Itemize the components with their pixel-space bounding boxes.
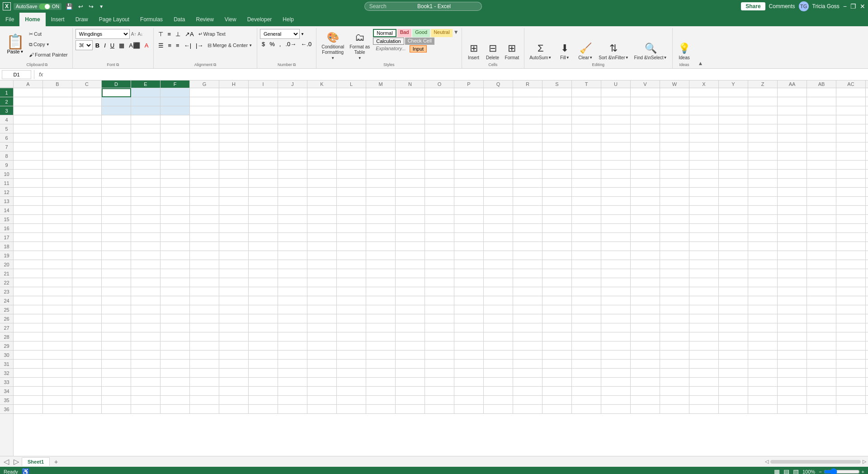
cell-G3[interactable] (190, 106, 219, 115)
cell-I27[interactable] (249, 323, 278, 332)
cell-I25[interactable] (249, 305, 278, 314)
cell-N11[interactable] (396, 179, 425, 188)
cell-I18[interactable] (249, 242, 278, 251)
cell-I31[interactable] (249, 360, 278, 369)
styles-more-button[interactable]: ▼ (453, 29, 459, 37)
cell-V9[interactable] (631, 161, 660, 170)
cell-B8[interactable] (43, 152, 72, 161)
cell-L1[interactable] (337, 88, 366, 97)
cell-S27[interactable] (542, 323, 572, 332)
cell-U33[interactable] (601, 378, 631, 387)
cell-D34[interactable] (102, 387, 131, 396)
cell-D21[interactable] (102, 269, 131, 278)
cell-D14[interactable] (102, 206, 131, 215)
row-header-9[interactable]: 9 (0, 161, 13, 170)
cell-A1[interactable] (14, 88, 43, 97)
cell-X30[interactable] (689, 351, 719, 360)
col-header-U[interactable]: U (601, 81, 631, 88)
cell-AA22[interactable] (778, 278, 807, 287)
cell-K3[interactable] (307, 106, 337, 115)
cell-R30[interactable] (513, 351, 542, 360)
cell-G14[interactable] (190, 206, 219, 215)
cell-AD33[interactable] (866, 378, 868, 387)
cell-M7[interactable] (366, 142, 396, 152)
cell-A30[interactable] (14, 351, 43, 360)
cell-N21[interactable] (396, 269, 425, 278)
cell-O25[interactable] (425, 305, 454, 314)
cell-AB18[interactable] (807, 242, 836, 251)
cell-AC16[interactable] (836, 224, 866, 233)
cell-B35[interactable] (43, 396, 72, 405)
share-button[interactable]: Share (741, 2, 765, 10)
cell-O24[interactable] (425, 296, 454, 305)
style-bad-button[interactable]: Bad (397, 29, 412, 37)
cell-AD28[interactable] (866, 332, 868, 341)
cell-F12[interactable] (160, 188, 190, 197)
cell-P20[interactable] (454, 260, 484, 269)
cell-J31[interactable] (278, 360, 307, 369)
cell-A25[interactable] (14, 305, 43, 314)
cell-AA23[interactable] (778, 287, 807, 296)
paste-button[interactable]: 📋 Paste ▼ (5, 29, 26, 60)
cell-B19[interactable] (43, 251, 72, 260)
cell-F2[interactable] (160, 97, 190, 106)
format-painter-button[interactable]: 🖌 Format Painter (27, 50, 70, 60)
cell-R14[interactable] (513, 206, 542, 215)
cell-C28[interactable] (72, 332, 102, 341)
cell-E7[interactable] (131, 142, 160, 152)
cell-M14[interactable] (366, 206, 396, 215)
cell-Y34[interactable] (719, 387, 748, 396)
cell-AB2[interactable] (807, 97, 836, 106)
cell-H7[interactable] (219, 142, 249, 152)
cell-T16[interactable] (572, 224, 601, 233)
cell-P26[interactable] (454, 314, 484, 323)
cell-AA36[interactable] (778, 405, 807, 414)
cell-K22[interactable] (307, 278, 337, 287)
cell-J33[interactable] (278, 378, 307, 387)
col-header-G[interactable]: G (190, 81, 219, 88)
cell-Q36[interactable] (484, 405, 513, 414)
cell-T3[interactable] (572, 106, 601, 115)
cell-Q21[interactable] (484, 269, 513, 278)
cell-J23[interactable] (278, 287, 307, 296)
cell-G2[interactable] (190, 97, 219, 106)
cell-AC32[interactable] (836, 369, 866, 378)
cell-U35[interactable] (601, 396, 631, 405)
cell-M15[interactable] (366, 215, 396, 224)
cell-G20[interactable] (190, 260, 219, 269)
cell-J19[interactable] (278, 251, 307, 260)
cell-D3[interactable] (102, 106, 131, 115)
col-header-A[interactable]: A (14, 81, 43, 88)
cell-T2[interactable] (572, 97, 601, 106)
cell-AC19[interactable] (836, 251, 866, 260)
cell-M34[interactable] (366, 387, 396, 396)
cell-AD21[interactable] (866, 269, 868, 278)
cell-AA4[interactable] (778, 115, 807, 124)
cell-R24[interactable] (513, 296, 542, 305)
cell-Y15[interactable] (719, 215, 748, 224)
col-header-L[interactable]: L (337, 81, 366, 88)
cell-T23[interactable] (572, 287, 601, 296)
row-header-13[interactable]: 13 (0, 197, 13, 206)
style-check-cell-button[interactable]: Check Cell (405, 38, 434, 45)
cell-J11[interactable] (278, 179, 307, 188)
cell-H24[interactable] (219, 296, 249, 305)
cell-I20[interactable] (249, 260, 278, 269)
cell-Z24[interactable] (748, 296, 778, 305)
cell-C12[interactable] (72, 188, 102, 197)
cell-T6[interactable] (572, 133, 601, 142)
cell-AD1[interactable] (866, 88, 868, 97)
italic-button[interactable]: I (102, 40, 108, 50)
ideas-button[interactable]: 💡 Ideas (675, 29, 693, 62)
cell-C18[interactable] (72, 242, 102, 251)
cell-G29[interactable] (190, 341, 219, 351)
cell-A4[interactable] (14, 115, 43, 124)
cell-W31[interactable] (660, 360, 689, 369)
cell-R15[interactable] (513, 215, 542, 224)
cell-B2[interactable] (43, 97, 72, 106)
cell-Q35[interactable] (484, 396, 513, 405)
cell-J21[interactable] (278, 269, 307, 278)
tab-home[interactable]: Home (19, 13, 45, 26)
cell-T18[interactable] (572, 242, 601, 251)
cell-F33[interactable] (160, 378, 190, 387)
